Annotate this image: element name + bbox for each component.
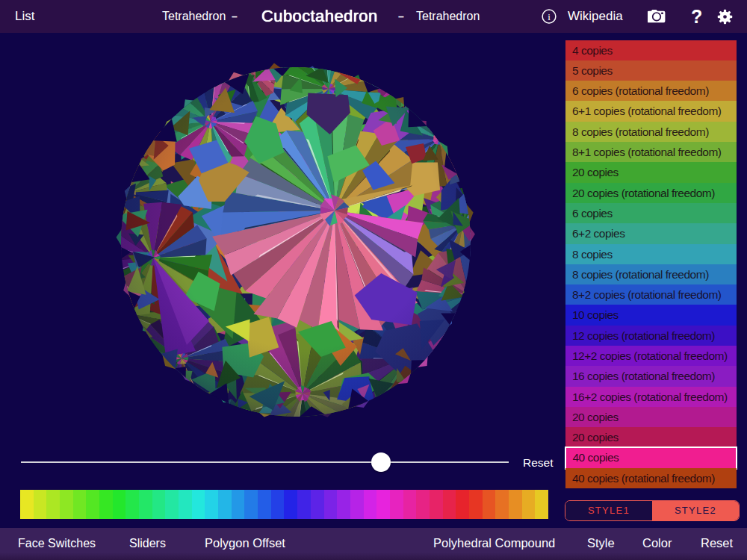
svg-text:i: i (548, 10, 551, 22)
